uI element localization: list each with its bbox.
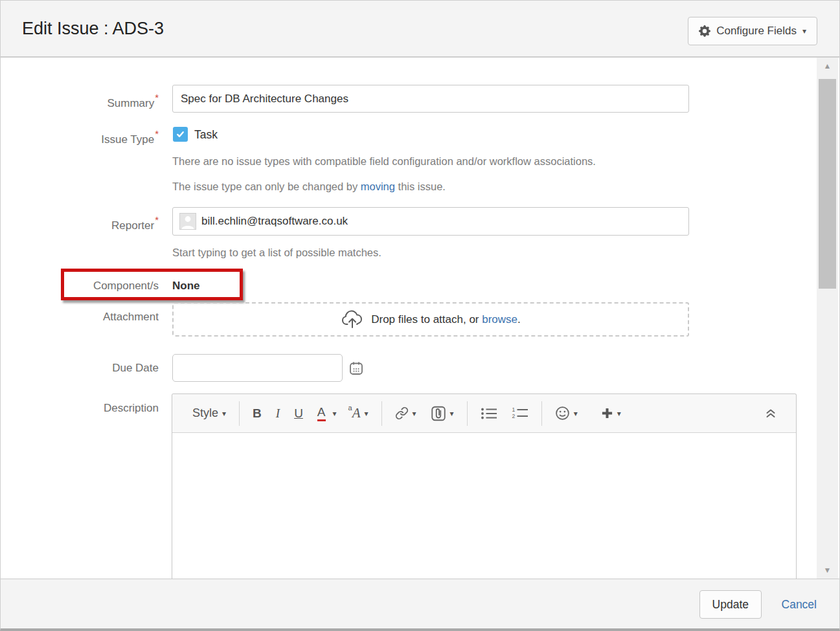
bullet-list-icon — [481, 407, 497, 420]
toolbar-divider — [381, 401, 382, 426]
chevron-down-icon: ▾ — [413, 410, 416, 417]
toolbar-divider — [239, 401, 240, 426]
chevron-down-icon: ▾ — [617, 410, 621, 417]
attachment-drop-text: Drop files to attach, or browse. — [371, 313, 521, 326]
link-button[interactable]: ▾ — [388, 401, 424, 426]
numbered-list-icon: 12 — [512, 407, 528, 420]
attach-file-button[interactable]: ▾ — [424, 401, 461, 426]
edit-issue-dialog: Edit Issue : ADS-3 Configure Fields ▾ Su… — [0, 0, 840, 631]
bold-button[interactable]: B — [245, 401, 269, 426]
cancel-link[interactable]: Cancel — [782, 579, 817, 630]
calendar-icon[interactable] — [348, 360, 364, 376]
configure-fields-button[interactable]: Configure Fields ▾ — [688, 17, 817, 45]
chevron-down-icon: ▾ — [222, 410, 226, 417]
italic-button[interactable]: I — [269, 401, 287, 426]
issue-type-note: There are no issue types with compatible… — [172, 154, 596, 168]
avatar-icon — [179, 213, 196, 230]
chevron-down-icon: ▾ — [574, 410, 578, 417]
chevron-down-icon: ▾ — [365, 410, 369, 417]
gear-icon — [699, 25, 710, 37]
link-icon — [395, 406, 409, 420]
paperclip-icon — [431, 405, 446, 422]
issue-type-change-note: The issue type can only be changed by mo… — [172, 179, 446, 194]
summary-input[interactable] — [172, 85, 689, 113]
reporter-input[interactable] — [172, 207, 689, 236]
required-asterisk: * — [155, 128, 159, 139]
chevron-down-icon: ▾ — [333, 410, 337, 417]
moving-link[interactable]: moving — [361, 181, 395, 192]
underline-button[interactable]: U — [287, 401, 310, 426]
scrollbar-thumb[interactable] — [819, 79, 836, 289]
required-asterisk: * — [155, 92, 159, 103]
toolbar-divider — [467, 401, 468, 426]
attachment-dropzone[interactable]: Drop files to attach, or browse. — [172, 302, 689, 337]
issue-type-value: Task — [194, 127, 218, 142]
due-date-label: Due Date — [1, 354, 159, 382]
numbered-list-button[interactable]: 12 — [505, 401, 536, 426]
reporter-help: Start typing to get a list of possible m… — [172, 245, 381, 260]
double-chevron-up-icon — [764, 408, 777, 419]
components-label: Component/s — [1, 279, 159, 293]
cloud-upload-icon — [341, 310, 364, 329]
task-type-icon — [173, 127, 188, 142]
description-editor: Style ▾ B I U A ▾ aA ▾ ▾ — [172, 393, 797, 579]
description-textarea[interactable] — [172, 433, 796, 579]
editor-toolbar: Style ▾ B I U A ▾ aA ▾ ▾ — [172, 394, 796, 433]
dialog-header: Edit Issue : ADS-3 Configure Fields ▾ — [1, 1, 839, 58]
svg-text:2: 2 — [512, 413, 515, 419]
scroll-down-arrow-icon[interactable]: ▼ — [817, 562, 838, 579]
style-dropdown[interactable]: Style ▾ — [185, 401, 233, 426]
due-date-input[interactable] — [172, 354, 343, 382]
text-color-dropdown[interactable]: ▾ — [328, 401, 341, 426]
plus-icon — [601, 407, 613, 419]
update-button[interactable]: Update — [699, 590, 762, 619]
chevron-down-icon: ▾ — [802, 27, 806, 35]
collapse-toolbar-button[interactable] — [757, 401, 784, 426]
components-value: None — [172, 279, 200, 293]
dialog-body: Summary* Issue Type* Task There are no i… — [1, 58, 839, 579]
insert-more-button[interactable]: ▾ — [594, 401, 628, 426]
formatting-dropdown[interactable]: aA ▾ — [341, 401, 376, 426]
summary-label: Summary* — [1, 85, 159, 113]
dialog-footer: Update Cancel — [1, 579, 839, 629]
chevron-down-icon: ▾ — [450, 410, 454, 417]
configure-fields-label: Configure Fields — [716, 25, 797, 38]
bullet-list-button[interactable] — [473, 401, 505, 426]
scroll-up-arrow-icon[interactable]: ▲ — [817, 58, 838, 74]
toolbar-divider — [541, 401, 542, 426]
issue-type-label: Issue Type* — [1, 127, 159, 143]
description-label: Description — [1, 401, 159, 415]
dialog-title: Edit Issue : ADS-3 — [22, 1, 164, 56]
vertical-scrollbar[interactable]: ▲ ▼ — [817, 58, 838, 579]
text-color-button[interactable]: A — [310, 401, 328, 426]
browse-link[interactable]: browse — [482, 313, 517, 326]
required-asterisk: * — [155, 214, 159, 225]
reporter-label: Reporter* — [1, 207, 159, 236]
attachment-label: Attachment — [1, 310, 159, 324]
svg-text:1: 1 — [512, 407, 515, 413]
emoji-icon — [555, 406, 570, 421]
emoji-button[interactable]: ▾ — [548, 401, 585, 426]
